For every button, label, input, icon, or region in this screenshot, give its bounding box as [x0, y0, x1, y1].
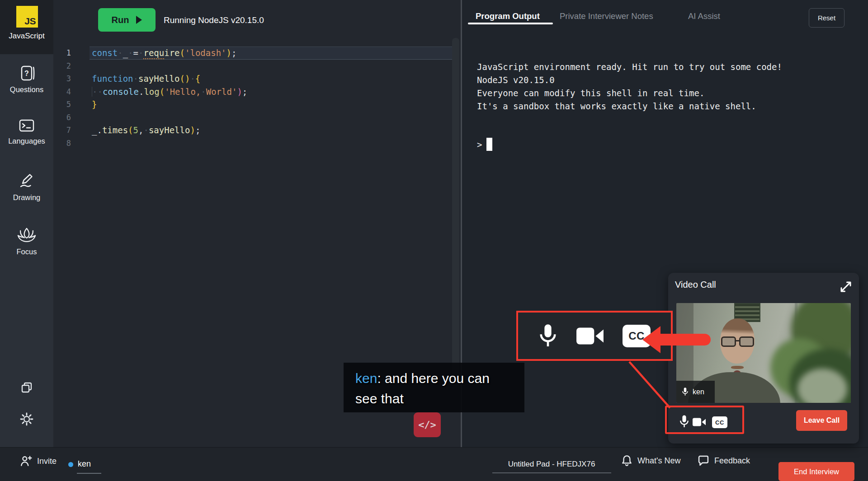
reset-button[interactable]: Reset [809, 8, 844, 28]
code-editor[interactable]: 1const·_·=·require('lodash');23function·… [53, 47, 453, 149]
code-line[interactable]: 4··console.log('Hello,·World'); [53, 85, 453, 98]
javascript-logo-icon: JS [16, 6, 38, 28]
active-language-label: JavaScript [0, 32, 53, 41]
camera-icon [576, 326, 604, 346]
line-number: 8 [53, 137, 71, 150]
speech-bubble-icon [697, 454, 710, 467]
copy-pad-button[interactable] [0, 381, 53, 394]
expand-video-button[interactable] [839, 280, 853, 294]
video-call-title: Video Call [675, 280, 716, 290]
code-line[interactable]: 2 [53, 60, 453, 73]
svg-text:?: ? [24, 70, 29, 77]
code-mode-button[interactable]: </> [414, 412, 441, 437]
run-button[interactable]: Run [98, 8, 156, 32]
whats-new-label: What's New [637, 456, 680, 466]
terminal-line: It's a sandbox that works exactly like a… [477, 100, 782, 113]
play-icon [136, 16, 142, 24]
code-line[interactable]: 5} [53, 98, 453, 111]
end-interview-button[interactable]: End Interview [778, 462, 854, 481]
sidebar-item-label: Drawing [0, 193, 53, 202]
pad-title-input[interactable] [491, 460, 613, 469]
code-line[interactable]: 8 [53, 137, 453, 150]
mic-icon [682, 387, 689, 397]
sidebar-item-questions[interactable]: ? Questions [0, 65, 53, 94]
current-user-name: ken [78, 459, 91, 469]
gear-icon [19, 412, 34, 426]
tab-private-interviewer-notes[interactable]: Private Interviewer Notes [560, 11, 653, 21]
questions-icon: ? [0, 65, 53, 81]
bottom-bar: Invite ken What's New Feedback End [0, 447, 868, 481]
sidebar-item-javascript[interactable]: JS JavaScript [0, 0, 53, 54]
tab-program-output[interactable]: Program Output [476, 11, 540, 21]
participant-name: ken [693, 388, 704, 396]
runtime-status: Running NodeJS v20.15.0 [164, 15, 264, 25]
expand-icon [839, 280, 853, 294]
feedback-label: Feedback [714, 456, 750, 466]
terminal-prompt[interactable]: > [477, 138, 492, 152]
annotation-arrow-icon [640, 322, 714, 358]
leave-call-button[interactable]: Leave Call [796, 410, 847, 431]
mic-icon [538, 322, 557, 350]
run-button-label: Run [112, 15, 129, 25]
active-tab-underline [468, 23, 553, 24]
line-number: 2 [53, 60, 71, 73]
invite-button[interactable]: Invite [20, 455, 57, 467]
user-name-underline [77, 473, 101, 474]
feedback-button[interactable]: Feedback [697, 454, 750, 467]
terminal-cursor [486, 138, 492, 151]
code-line[interactable]: 6 [53, 111, 453, 124]
sidebar-item-drawing[interactable]: Drawing [0, 173, 53, 202]
sidebar: JS JavaScript ? Questions Langu [0, 0, 53, 447]
focus-icon [0, 227, 53, 243]
caption-speaker: ken [355, 371, 377, 386]
settings-button[interactable] [0, 412, 53, 426]
code-line[interactable]: 1const·_·=·require('lodash'); [53, 47, 453, 60]
languages-icon [0, 119, 53, 132]
invite-label: Invite [37, 457, 57, 466]
bell-icon [621, 454, 633, 467]
editor-scrollbar[interactable] [452, 38, 459, 386]
line-number: 4 [53, 85, 71, 98]
line-number: 3 [53, 72, 71, 85]
annotation-connector-line [623, 360, 677, 411]
line-number: 5 [53, 98, 71, 111]
terminal-line: JavaScript environment ready. Hit run to… [477, 61, 782, 74]
sidebar-item-label: Focus [0, 248, 53, 256]
sidebar-item-label: Languages [0, 137, 53, 145]
tab-ai-assist[interactable]: AI Assist [688, 11, 720, 21]
terminal-line: NodeJS v20.15.0 [477, 74, 782, 87]
sidebar-item-label: Questions [0, 85, 53, 94]
line-number: 1 [53, 47, 71, 60]
interview-pad-app: JS JavaScript ? Questions Langu [0, 0, 868, 481]
code-line[interactable]: 3function·sayHello()·{ [53, 72, 453, 85]
line-number: 6 [53, 111, 71, 124]
pad-title-underline [492, 472, 611, 473]
sidebar-item-languages[interactable]: Languages [0, 119, 53, 145]
line-number: 7 [53, 124, 71, 137]
terminal-line: Everyone can modify this shell in real t… [477, 87, 782, 100]
add-user-icon [20, 455, 33, 467]
presence-dot [68, 462, 73, 467]
sidebar-item-focus[interactable]: Focus [0, 227, 53, 256]
code-line[interactable]: 7_.times(5,·sayHello); [53, 124, 453, 137]
live-caption: ken: and here you can see that [344, 363, 524, 412]
terminal-output[interactable]: JavaScript environment ready. Hit run to… [477, 61, 782, 113]
participant-name-tag: ken [676, 381, 715, 403]
drawing-icon [0, 173, 53, 189]
copy-icon [20, 381, 33, 394]
whats-new-button[interactable]: What's New [621, 454, 680, 467]
